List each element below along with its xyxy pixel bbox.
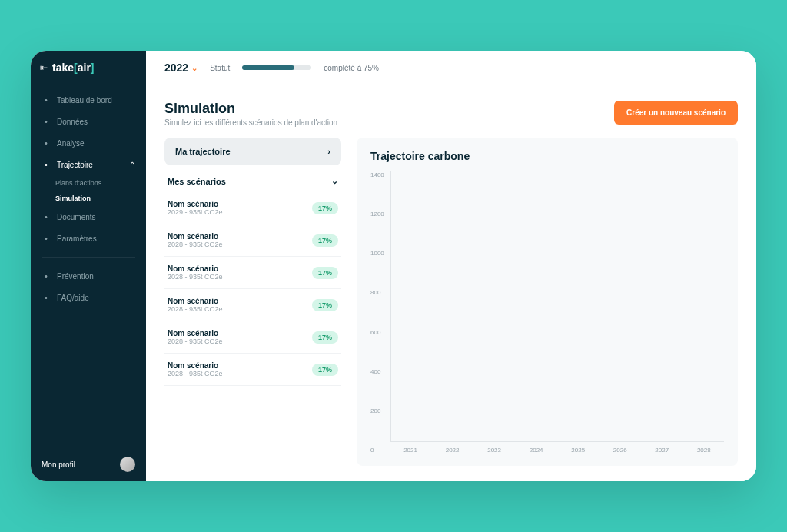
x-tick: 2025 bbox=[561, 447, 596, 454]
scenario-item[interactable]: Nom scénario2028 - 935t CO2e17% bbox=[164, 321, 341, 354]
x-tick: 2021 bbox=[394, 447, 428, 454]
chevron-down-icon: ⌄ bbox=[331, 176, 338, 186]
scenario-name: Nom scénario bbox=[168, 297, 223, 305]
y-tick: 600 bbox=[370, 329, 384, 336]
page-subtitle: Simulez ici les différents scénarios de … bbox=[164, 118, 337, 127]
sidebar-item[interactable]: •Documents bbox=[31, 206, 146, 228]
chevron-right-icon: › bbox=[327, 147, 330, 156]
settings-icon: • bbox=[42, 234, 51, 243]
scenarios-header[interactable]: Mes scénarios ⌄ bbox=[164, 165, 341, 192]
sidebar-item[interactable]: •Tableau de bord bbox=[31, 89, 146, 111]
y-tick: 0 bbox=[370, 447, 384, 454]
scenario-badge: 17% bbox=[312, 202, 338, 214]
bars bbox=[390, 171, 724, 442]
sidebar-item-label: FAQ/aide bbox=[57, 294, 89, 302]
scenario-item[interactable]: Nom scénario2028 - 935t CO2e17% bbox=[164, 289, 341, 321]
sidebar-item[interactable]: •Paramètres bbox=[31, 228, 146, 249]
scenario-name: Nom scénario bbox=[168, 329, 223, 337]
main: 2022 ⌄ Statut complété à 75% Simulation … bbox=[146, 51, 756, 481]
lock-icon: • bbox=[42, 271, 51, 281]
scenario-item[interactable]: Nom scénario2028 - 935t CO2e17% bbox=[164, 257, 341, 289]
y-tick: 400 bbox=[370, 368, 384, 375]
sidebar-item[interactable]: •Trajectoire⌃ bbox=[31, 154, 146, 175]
sidebar-item[interactable]: •Données bbox=[31, 111, 146, 132]
scenario-meta: 2028 - 935t CO2e bbox=[168, 337, 223, 345]
help-icon: • bbox=[42, 293, 51, 302]
scenario-badge: 17% bbox=[312, 364, 338, 376]
app-frame: ⇤ take[air] •Tableau de bord•Données•Ana… bbox=[31, 51, 756, 481]
collapse-icon[interactable]: ⇤ bbox=[40, 62, 48, 73]
create-scenario-button[interactable]: Créer un nouveau scénario bbox=[614, 101, 738, 125]
sidebar-item-label: Trajectoire bbox=[57, 161, 93, 169]
sidebar-item-label: Prévention bbox=[57, 272, 94, 281]
x-axis: 20212022202320242025202620272028 bbox=[390, 442, 724, 454]
sidebar-item-label: Tableau de bord bbox=[57, 96, 112, 105]
y-tick: 800 bbox=[370, 289, 384, 296]
scenario-badge: 17% bbox=[312, 234, 338, 247]
logo-bracket2: ] bbox=[91, 62, 95, 74]
status-label: Statut bbox=[210, 64, 230, 72]
y-tick: 200 bbox=[370, 407, 384, 414]
sidebar-header: ⇤ take[air] bbox=[31, 51, 146, 85]
chart-icon: • bbox=[42, 138, 51, 148]
sidebar-item-label: Données bbox=[57, 118, 88, 126]
chevron-up-icon: ⌃ bbox=[129, 161, 135, 169]
year-value: 2022 bbox=[164, 62, 188, 74]
progress-bar bbox=[242, 65, 311, 70]
sidebar-item-label: Analyse bbox=[57, 139, 85, 148]
scenario-name: Nom scénario bbox=[168, 200, 223, 208]
nav: •Tableau de bord•Données•Analyse•Traject… bbox=[31, 85, 146, 447]
topbar: 2022 ⌄ Statut complété à 75% bbox=[146, 51, 756, 85]
profile-label: Mon profil bbox=[42, 461, 75, 469]
sidebar-subitem[interactable]: Simulation bbox=[55, 191, 146, 206]
progress-fill bbox=[242, 65, 294, 70]
page-header: Simulation Simulez ici les différents sc… bbox=[146, 85, 756, 138]
x-tick: 2022 bbox=[435, 447, 470, 454]
year-selector[interactable]: 2022 ⌄ bbox=[164, 62, 198, 74]
chart-title: Trajectoire carbone bbox=[370, 150, 724, 162]
data-icon: • bbox=[42, 117, 51, 126]
y-axis: 1400120010008006004002000 bbox=[370, 171, 390, 454]
sidebar-item[interactable]: •Prévention bbox=[31, 265, 146, 287]
sidebar-item-label: Documents bbox=[57, 213, 96, 221]
my-trajectory-card[interactable]: Ma trajectoire › bbox=[164, 138, 341, 165]
content: Ma trajectoire › Mes scénarios ⌄ Nom scé… bbox=[146, 138, 756, 481]
scenario-badge: 17% bbox=[312, 331, 338, 344]
sidebar-item-label: Paramètres bbox=[57, 234, 97, 243]
x-tick: 2023 bbox=[477, 447, 512, 454]
scenario-list: Nom scénario2029 - 935t CO2e17%Nom scéna… bbox=[164, 192, 341, 466]
avatar[interactable] bbox=[120, 457, 135, 472]
scenario-item[interactable]: Nom scénario2028 - 935t CO2e17% bbox=[164, 354, 341, 386]
scenario-item[interactable]: Nom scénario2029 - 935t CO2e17% bbox=[164, 192, 341, 224]
y-tick: 1000 bbox=[370, 250, 384, 257]
chevron-down-icon: ⌄ bbox=[191, 64, 198, 72]
scenario-meta: 2028 - 935t CO2e bbox=[168, 370, 223, 377]
plot: 20212022202320242025202620272028 bbox=[390, 171, 724, 454]
nav-divider bbox=[42, 257, 135, 258]
sidebar-item[interactable]: •Analyse bbox=[31, 132, 146, 154]
y-tick: 1400 bbox=[370, 171, 384, 178]
logo-text: take bbox=[52, 62, 74, 74]
sidebar-item[interactable]: •FAQ/aide bbox=[31, 287, 146, 308]
sidebar: ⇤ take[air] •Tableau de bord•Données•Ana… bbox=[31, 51, 146, 481]
scenario-badge: 17% bbox=[312, 299, 338, 311]
x-tick: 2028 bbox=[687, 447, 722, 454]
rocket-icon: • bbox=[42, 160, 51, 169]
x-tick: 2026 bbox=[603, 447, 637, 454]
x-tick: 2027 bbox=[645, 447, 679, 454]
page-title: Simulation bbox=[164, 101, 337, 117]
scenario-name: Nom scénario bbox=[168, 264, 223, 273]
scenario-meta: 2028 - 935t CO2e bbox=[168, 273, 223, 281]
sidebar-subitem[interactable]: Plans d'actions bbox=[55, 175, 146, 191]
scenario-item[interactable]: Nom scénario2028 - 935t CO2e17% bbox=[164, 224, 341, 257]
scenario-meta: 2028 - 935t CO2e bbox=[168, 305, 223, 313]
x-tick: 2024 bbox=[519, 447, 553, 454]
scenarios-label: Mes scénarios bbox=[168, 177, 226, 186]
doc-icon: • bbox=[42, 212, 51, 221]
profile[interactable]: Mon profil bbox=[31, 447, 146, 481]
left-column: Ma trajectoire › Mes scénarios ⌄ Nom scé… bbox=[164, 138, 341, 466]
scenario-badge: 17% bbox=[312, 267, 338, 279]
scenario-name: Nom scénario bbox=[168, 361, 223, 370]
trajectory-label: Ma trajectoire bbox=[175, 147, 231, 156]
y-tick: 1200 bbox=[370, 211, 384, 218]
